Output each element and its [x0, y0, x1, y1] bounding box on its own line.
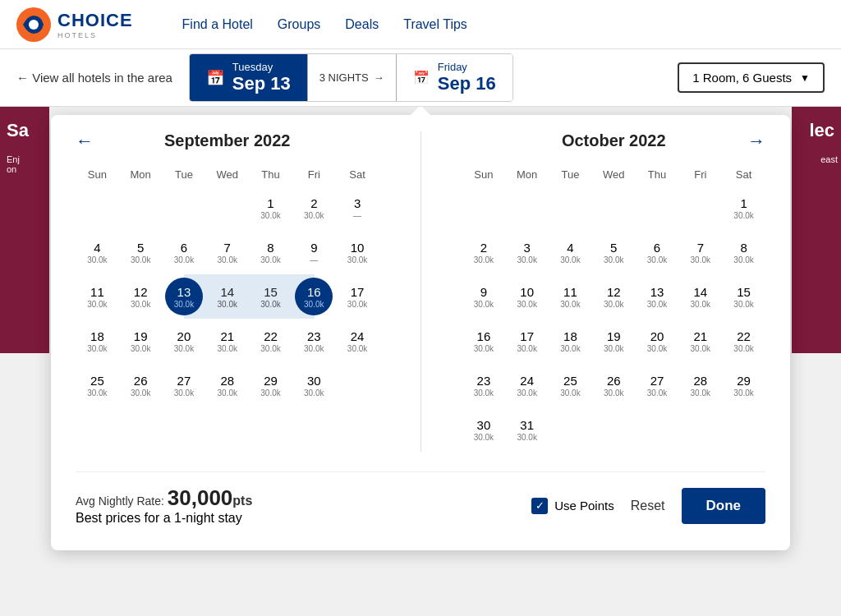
- day-cell[interactable]: 31 30.0k: [508, 411, 546, 448]
- day-cell[interactable]: 10 30.0k: [338, 233, 376, 271]
- day-cell[interactable]: 14 30.0k: [682, 278, 719, 315]
- table-row[interactable]: 25 30.0k: [549, 363, 592, 407]
- day-cell[interactable]: 2 30.0k: [295, 189, 333, 227]
- day-cell[interactable]: 29 30.0k: [725, 366, 763, 404]
- day-cell[interactable]: 18 30.0k: [551, 322, 589, 360]
- day-cell[interactable]: 8 30.0k: [725, 233, 763, 271]
- table-row[interactable]: 21 30.0k: [678, 319, 722, 363]
- day-cell[interactable]: 3 —: [338, 189, 376, 227]
- day-cell[interactable]: 28 30.0k: [209, 366, 246, 404]
- table-row[interactable]: 12 30.0k: [119, 274, 163, 319]
- checkin-block[interactable]: 📅 Tuesday Sep 13: [190, 54, 307, 101]
- table-row[interactable]: 13 30.0k: [163, 274, 206, 319]
- table-row[interactable]: 18 30.0k: [549, 319, 592, 363]
- day-cell[interactable]: 11 30.0k: [551, 278, 589, 315]
- table-row[interactable]: 22 30.0k: [249, 319, 292, 363]
- day-cell[interactable]: 19 30.0k: [122, 322, 159, 360]
- day-cell[interactable]: 24 30.0k: [508, 366, 546, 404]
- day-cell[interactable]: 1 30.0k: [252, 189, 290, 227]
- table-row[interactable]: 26 30.0k: [119, 363, 163, 407]
- nav-deals[interactable]: Deals: [345, 17, 379, 32]
- table-row[interactable]: 18 30.0k: [76, 319, 119, 363]
- day-cell[interactable]: 10 30.0k: [508, 278, 546, 315]
- back-link[interactable]: ← View all hotels in the area: [16, 71, 172, 85]
- day-cell[interactable]: 26 30.0k: [595, 366, 632, 404]
- table-row[interactable]: 1 30.0k: [722, 186, 765, 230]
- day-cell[interactable]: 6 30.0k: [165, 233, 203, 271]
- day-cell[interactable]: 21 30.0k: [682, 322, 719, 360]
- table-row[interactable]: 9 30.0k: [462, 274, 506, 319]
- nav-groups[interactable]: Groups: [278, 17, 320, 32]
- day-cell[interactable]: 4 30.0k: [78, 233, 116, 271]
- day-cell[interactable]: 22 30.0k: [252, 322, 290, 360]
- day-cell[interactable]: 13 30.0k: [638, 278, 676, 315]
- table-row[interactable]: 9 —: [292, 230, 336, 274]
- day-cell[interactable]: 20 30.0k: [165, 322, 203, 360]
- day-cell[interactable]: 27 30.0k: [638, 366, 676, 404]
- day-cell[interactable]: 9 30.0k: [465, 278, 503, 315]
- day-cell[interactable]: 30 30.0k: [465, 411, 503, 448]
- table-row[interactable]: 15 30.0k: [249, 274, 292, 319]
- day-cell[interactable]: 23 30.0k: [295, 322, 333, 360]
- day-cell[interactable]: 5 30.0k: [122, 233, 159, 271]
- table-row[interactable]: 21 30.0k: [205, 319, 249, 363]
- table-row[interactable]: 14 30.0k: [678, 274, 722, 319]
- table-row[interactable]: 22 30.0k: [722, 319, 765, 363]
- day-cell[interactable]: 21 30.0k: [209, 322, 246, 360]
- table-row[interactable]: 15 30.0k: [722, 274, 765, 319]
- table-row[interactable]: 5 30.0k: [119, 230, 163, 274]
- day-cell[interactable]: 30 30.0k: [295, 366, 333, 404]
- table-row[interactable]: 28 30.0k: [205, 363, 249, 407]
- table-row[interactable]: 6 30.0k: [163, 230, 206, 274]
- prev-month-button[interactable]: ←: [76, 131, 94, 152]
- table-row[interactable]: 19 30.0k: [592, 319, 636, 363]
- table-row[interactable]: 23 30.0k: [292, 319, 336, 363]
- nav-travel-tips[interactable]: Travel Tips: [403, 17, 467, 32]
- day-cell[interactable]: 25 30.0k: [551, 366, 589, 404]
- table-row[interactable]: 16 30.0k: [462, 319, 506, 363]
- day-cell[interactable]: 22 30.0k: [725, 322, 763, 360]
- table-row[interactable]: 30 30.0k: [292, 363, 336, 407]
- use-points-checkbox[interactable]: ✓: [531, 498, 548, 514]
- day-cell[interactable]: 26 30.0k: [122, 366, 159, 404]
- day-cell[interactable]: 23 30.0k: [465, 366, 503, 404]
- table-row[interactable]: 26 30.0k: [592, 363, 636, 407]
- day-cell[interactable]: 15 30.0k: [725, 278, 763, 315]
- day-cell[interactable]: 9 —: [295, 233, 333, 271]
- checkout-block[interactable]: 📅 Friday Sep 16: [397, 54, 512, 101]
- table-row[interactable]: 8 30.0k: [722, 230, 765, 274]
- day-cell[interactable]: 24 30.0k: [338, 322, 376, 360]
- day-cell[interactable]: 11 30.0k: [78, 278, 116, 315]
- guests-selector[interactable]: 1 Room, 6 Guests ▼: [678, 62, 825, 93]
- day-cell[interactable]: 29 30.0k: [252, 366, 290, 404]
- table-row[interactable]: 5 30.0k: [592, 230, 636, 274]
- table-row[interactable]: 10 30.0k: [505, 274, 549, 319]
- next-month-button[interactable]: →: [747, 131, 765, 152]
- table-row[interactable]: 2 30.0k: [462, 230, 506, 274]
- table-row[interactable]: 27 30.0k: [636, 363, 679, 407]
- table-row[interactable]: 17 30.0k: [336, 274, 379, 319]
- table-row[interactable]: 7 30.0k: [205, 230, 249, 274]
- table-row[interactable]: 17 30.0k: [505, 319, 549, 363]
- table-row[interactable]: 30 30.0k: [462, 407, 506, 452]
- day-cell[interactable]: 7 30.0k: [682, 233, 719, 271]
- day-cell[interactable]: 5 30.0k: [595, 233, 632, 271]
- table-row[interactable]: 23 30.0k: [462, 363, 506, 407]
- table-row[interactable]: 28 30.0k: [678, 363, 722, 407]
- day-cell[interactable]: 25 30.0k: [78, 366, 116, 404]
- day-cell[interactable]: 20 30.0k: [638, 322, 676, 360]
- day-cell[interactable]: 1 30.0k: [725, 189, 763, 227]
- table-row[interactable]: 20 30.0k: [163, 319, 206, 363]
- day-cell[interactable]: 12 30.0k: [595, 278, 632, 315]
- table-row[interactable]: 13 30.0k: [636, 274, 679, 319]
- day-cell[interactable]: 28 30.0k: [682, 366, 719, 404]
- table-row[interactable]: 3 —: [336, 186, 379, 230]
- table-row[interactable]: 29 30.0k: [722, 363, 765, 407]
- table-row[interactable]: 8 30.0k: [249, 230, 292, 274]
- table-row[interactable]: 14 30.0k: [205, 274, 249, 319]
- nav-find-hotel[interactable]: Find a Hotel: [182, 17, 253, 32]
- day-cell[interactable]: 12 30.0k: [122, 278, 159, 315]
- table-row[interactable]: 11 30.0k: [549, 274, 592, 319]
- table-row[interactable]: 12 30.0k: [592, 274, 636, 319]
- day-cell[interactable]: 4 30.0k: [551, 233, 589, 271]
